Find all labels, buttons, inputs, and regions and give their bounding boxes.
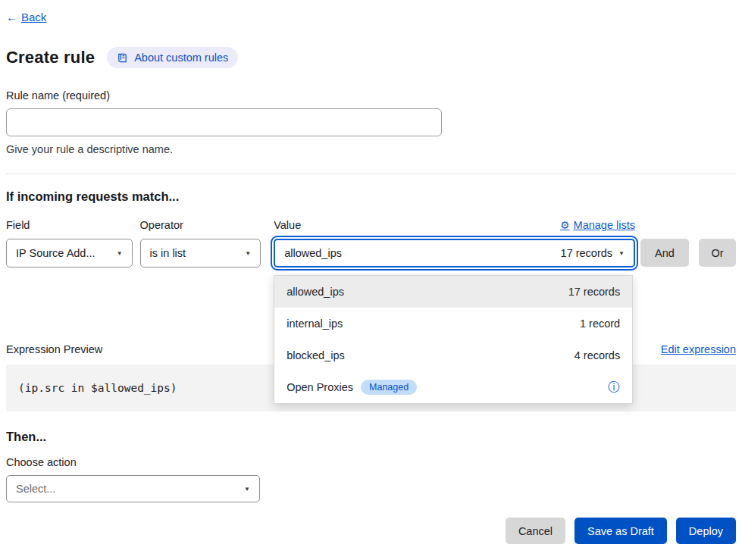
field-column: Field IP Source Add... ▼ [6, 219, 133, 267]
edit-expression-link[interactable]: Edit expression [661, 343, 736, 355]
about-badge-label: About custom rules [134, 52, 228, 64]
field-select[interactable]: IP Source Add... ▼ [6, 239, 133, 267]
chevron-down-icon: ▼ [244, 486, 250, 493]
list-option-allowed-ips[interactable]: allowed_ips 17 records [274, 276, 632, 308]
list-option-open-proxies[interactable]: Open Proxies Managed ⓘ [274, 371, 632, 403]
manage-lists-link[interactable]: ⚙ Manage lists [560, 219, 635, 232]
value-column: Value ⚙ Manage lists allowed_ips 17 reco… [274, 219, 635, 267]
list-option-name: blocked_ips [286, 349, 345, 361]
list-option-left: Open Proxies Managed [286, 380, 417, 395]
action-select-placeholder: Select... [16, 483, 55, 495]
save-draft-button[interactable]: Save as Draft [575, 518, 667, 544]
back-label: Back [21, 11, 46, 23]
back-link[interactable]: ←Back [6, 11, 46, 23]
then-heading: Then... [6, 430, 736, 444]
list-option-blocked-ips[interactable]: blocked_ips 4 records [274, 339, 632, 371]
choose-action-label: Choose action [6, 456, 736, 468]
about-custom-rules-badge[interactable]: About custom rules [107, 47, 238, 68]
cancel-button[interactable]: Cancel [506, 518, 565, 544]
action-select[interactable]: Select... ▼ [6, 475, 260, 502]
value-select-records: 17 records [561, 247, 613, 259]
info-icon[interactable]: ⓘ [608, 381, 620, 393]
book-icon [117, 52, 128, 64]
create-rule-page: ←Back Create rule About custom rules Rul… [0, 0, 742, 560]
rule-name-input[interactable] [6, 108, 442, 136]
deploy-button[interactable]: Deploy [676, 518, 736, 544]
footer-actions: Cancel Save as Draft Deploy [6, 518, 736, 544]
operator-label: Operator [140, 219, 261, 232]
field-select-value: IP Source Add... [16, 247, 95, 259]
field-label: Field [6, 219, 133, 232]
chevron-down-icon: ▼ [117, 250, 123, 257]
operator-column: Operator is in list ▼ [140, 219, 261, 267]
section-divider [6, 174, 736, 174]
chevron-down-icon: ▼ [618, 250, 625, 257]
or-button[interactable]: Or [699, 239, 736, 267]
and-or-buttons: And Or [640, 219, 736, 267]
match-row: Field IP Source Add... ▼ Operator is in … [6, 219, 736, 267]
page-title: Create rule [6, 48, 95, 67]
title-row: Create rule About custom rules [6, 47, 736, 68]
rule-name-help: Give your rule a descriptive name. [6, 143, 736, 155]
list-option-name: Open Proxies [286, 381, 353, 393]
managed-badge: Managed [361, 380, 417, 395]
match-heading: If incoming requests match... [6, 189, 736, 204]
list-option-records: 17 records [568, 286, 621, 298]
value-label: Value [274, 219, 301, 232]
operator-select-value: is in list [150, 247, 186, 259]
list-option-internal-ips[interactable]: internal_ips 1 record [274, 308, 632, 339]
list-option-records: 4 records [575, 349, 620, 361]
and-button[interactable]: And [640, 239, 689, 267]
list-option-records: 1 record [580, 318, 620, 330]
list-option-name: internal_ips [286, 318, 343, 330]
rule-name-label: Rule name (required) [6, 89, 736, 102]
operator-select[interactable]: is in list ▼ [140, 239, 261, 267]
list-option-name: allowed_ips [286, 286, 344, 298]
list-dropdown: allowed_ips 17 records internal_ips 1 re… [274, 275, 633, 404]
expression-preview-label: Expression Preview [6, 343, 102, 355]
manage-lists-label: Manage lists [574, 219, 635, 232]
chevron-down-icon: ▼ [245, 250, 251, 257]
value-select-right: 17 records ▼ [561, 247, 625, 259]
back-arrow-icon: ← [6, 11, 17, 23]
value-select-name: allowed_ips [284, 247, 342, 259]
value-label-row: Value ⚙ Manage lists [274, 219, 635, 232]
value-select[interactable]: allowed_ips 17 records ▼ [274, 239, 635, 267]
gear-icon: ⚙ [560, 219, 570, 232]
